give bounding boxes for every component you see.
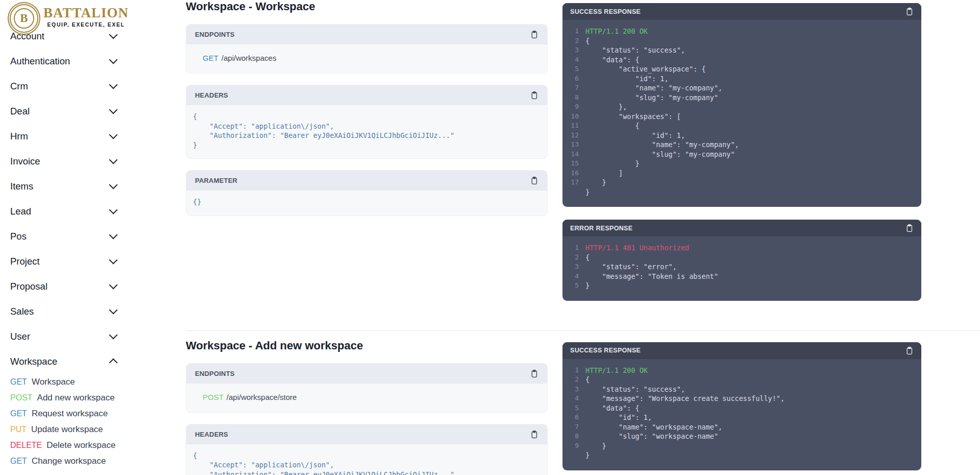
line-number: 8 xyxy=(567,432,579,441)
code-line: 2{ xyxy=(567,375,914,385)
sidebar-item-label: Workspace xyxy=(10,356,57,367)
code-text: "data": { xyxy=(585,403,640,413)
code-text: "slug": "my-company" xyxy=(585,150,735,159)
section-left-column: Workspace - WorkspaceENDPOINTSGET/api/wo… xyxy=(186,0,548,314)
panel-header: SUCCESS RESPONSE xyxy=(562,342,921,359)
line-number: 2 xyxy=(567,36,579,46)
copy-button[interactable] xyxy=(530,30,538,39)
code-text: { xyxy=(585,36,590,46)
line-number: 9 xyxy=(567,441,579,451)
code-text: ] xyxy=(585,169,623,178)
panel-header: SUCCESS RESPONSE xyxy=(562,3,921,20)
http-method-label: GET xyxy=(10,457,27,466)
sidebar-item-label: Deal xyxy=(10,106,30,117)
line-number xyxy=(567,187,579,197)
sidebar-subitem-delete-workspace[interactable]: DELETEDelete workspace xyxy=(0,437,153,453)
line-number: 3 xyxy=(567,385,579,394)
line-number: 4 xyxy=(567,394,579,403)
code-line: 10 "workspaces": [ xyxy=(567,112,914,122)
copy-button[interactable] xyxy=(530,369,538,378)
line-number: 2 xyxy=(567,375,579,385)
line-number: 11 xyxy=(567,121,579,131)
sidebar-subitem-workspace[interactable]: GETWorkspace xyxy=(0,374,153,390)
sidebar-subitem-label: Change workspace xyxy=(32,456,106,466)
sidebar-subitem-label: Request workspace xyxy=(32,409,108,419)
sidebar-item-label: User xyxy=(10,331,30,342)
sidebar-item-label: Hrm xyxy=(10,131,28,142)
panel-title: SUCCESS RESPONSE xyxy=(570,8,641,15)
line-number: 1 xyxy=(567,243,579,253)
code-text: } xyxy=(585,441,606,451)
code-text: "name": "workspace-name", xyxy=(585,422,722,432)
code-line: 2{ xyxy=(567,253,914,263)
clipboard-icon xyxy=(905,224,914,232)
sidebar-subitem-add-new-workspace[interactable]: POSTAdd new workspace xyxy=(0,390,153,406)
line-number: 1 xyxy=(567,27,579,36)
section-title: Workspace - Add new workspace xyxy=(186,339,548,352)
code-line: 8 "slug": "workspace-name" xyxy=(567,432,914,441)
copy-button[interactable] xyxy=(905,224,914,232)
copy-button[interactable] xyxy=(530,91,538,100)
code-line: 4 "message": "Workspace create successfu… xyxy=(567,394,914,403)
endpoint-path: /api/workspaces xyxy=(222,54,277,62)
panel-header: ENDPOINTS xyxy=(186,364,547,384)
line-number: 2 xyxy=(567,253,579,263)
line-number: 5 xyxy=(567,64,579,74)
sidebar-item-invoice[interactable]: Invoice xyxy=(0,149,153,174)
sidebar-item-pos[interactable]: Pos xyxy=(0,224,153,249)
line-number: 3 xyxy=(567,45,579,55)
sidebar-item-proposal[interactable]: Proposal xyxy=(0,274,153,299)
code-line: 7 "name": "workspace-name", xyxy=(567,422,914,432)
code-text: } xyxy=(585,178,606,187)
sidebar-item-lead[interactable]: Lead xyxy=(0,199,153,224)
code-text: } xyxy=(585,450,590,460)
sidebar-item-project[interactable]: Project xyxy=(0,249,153,274)
code-text: } xyxy=(585,281,590,291)
code-line: 7 "name": "my-company", xyxy=(567,83,914,93)
copy-button[interactable] xyxy=(905,7,914,16)
sidebar-subitem-change-workspace[interactable]: GETChange workspace xyxy=(0,453,153,469)
code-text: "slug": "my-company" xyxy=(585,93,718,103)
sidebar-item-hrm[interactable]: Hrm xyxy=(0,124,153,149)
code-line: 4 "message": "Token is absent" xyxy=(567,272,914,281)
code-text: } xyxy=(585,187,590,197)
code-text: { xyxy=(585,253,590,263)
sidebar-subitem-update-workspace[interactable]: PUTUpdate workspace xyxy=(0,421,153,437)
panel-endpoints: ENDPOINTSGET/api/workspaces xyxy=(186,24,548,74)
code-text: "message": "Token is absent" xyxy=(585,272,718,281)
line-number: 16 xyxy=(567,169,579,178)
code-line: 5} xyxy=(567,281,914,291)
section-right-column: SUCCESS RESPONSE1HTTP/1.1 200 OK2{3 "sta… xyxy=(562,339,921,475)
code-text: "status": "error", xyxy=(585,262,677,272)
code-block: {} xyxy=(186,191,547,216)
copy-button[interactable] xyxy=(530,430,538,439)
sidebar-item-deal[interactable]: Deal xyxy=(0,99,153,124)
sidebar-item-user[interactable]: User xyxy=(0,324,153,349)
sidebar-item-crm[interactable]: Crm xyxy=(0,74,153,99)
code-line: 2{ xyxy=(567,36,914,46)
http-method-label: GET xyxy=(10,377,27,387)
line-number: 13 xyxy=(567,140,579,150)
code-line: 1HTTP/1.1 200 OK xyxy=(567,366,914,375)
sidebar-item-sales[interactable]: Sales xyxy=(0,299,153,324)
chevron-down-icon xyxy=(109,206,118,215)
sidebar-item-label: Items xyxy=(10,181,33,192)
sidebar-item-authentication[interactable]: Authentication xyxy=(0,49,153,74)
sidebar-item-label: Project xyxy=(10,256,40,267)
sidebar-item-items[interactable]: Items xyxy=(0,174,153,199)
sidebar-item-label: Proposal xyxy=(10,281,47,292)
code-text: HTTP/1.1 401 Unauthorized xyxy=(585,243,689,253)
sidebar-item-workspace[interactable]: Workspace xyxy=(0,349,153,374)
panel-header: PARAMETER xyxy=(186,171,547,191)
code-line: 1HTTP/1.1 401 Unauthorized xyxy=(567,243,914,253)
copy-button[interactable] xyxy=(530,176,538,185)
section-right-column: SUCCESS RESPONSE1HTTP/1.1 200 OK2{3 "sta… xyxy=(562,0,921,314)
line-number: 6 xyxy=(567,74,579,84)
endpoint-row: POST/api/workspace/store xyxy=(186,384,547,412)
code-text: "workspaces": [ xyxy=(585,112,681,122)
sidebar-item-label: Authentication xyxy=(10,56,70,67)
panel-parameter: PARAMETER{} xyxy=(186,170,548,216)
sidebar-subitem-request-workspace[interactable]: GETRequest workspace xyxy=(0,406,153,421)
line-number: 10 xyxy=(567,112,579,122)
copy-button[interactable] xyxy=(905,346,914,355)
